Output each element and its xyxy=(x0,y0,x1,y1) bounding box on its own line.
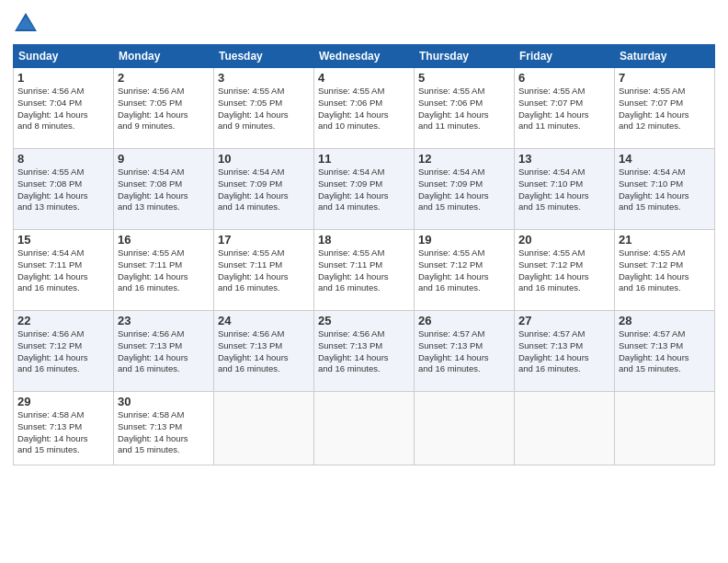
day-number: 20 xyxy=(518,233,610,247)
cell xyxy=(214,392,314,465)
week-row-4: 22Sunrise: 4:56 AM Sunset: 7:12 PM Dayli… xyxy=(14,311,715,392)
cell xyxy=(314,392,415,465)
svg-marker-1 xyxy=(17,17,35,29)
cell: 26Sunrise: 4:57 AM Sunset: 7:13 PM Dayli… xyxy=(415,311,515,392)
cell: 29Sunrise: 4:58 AM Sunset: 7:13 PM Dayli… xyxy=(14,392,114,465)
day-info: Sunrise: 4:54 AM Sunset: 7:09 PM Dayligh… xyxy=(318,167,410,213)
day-info: Sunrise: 4:56 AM Sunset: 7:12 PM Dayligh… xyxy=(17,328,109,375)
cell: 23Sunrise: 4:56 AM Sunset: 7:13 PM Dayli… xyxy=(114,311,214,392)
cell: 20Sunrise: 4:55 AM Sunset: 7:12 PM Dayli… xyxy=(515,230,615,311)
cell: 12Sunrise: 4:54 AM Sunset: 7:09 PM Dayli… xyxy=(415,149,515,230)
calendar-table: SundayMondayTuesdayWednesdayThursdayFrid… xyxy=(13,44,715,465)
day-number: 4 xyxy=(318,71,410,85)
header-monday: Monday xyxy=(114,45,214,68)
cell: 21Sunrise: 4:55 AM Sunset: 7:12 PM Dayli… xyxy=(615,230,715,311)
day-number: 15 xyxy=(17,233,109,247)
header-row: SundayMondayTuesdayWednesdayThursdayFrid… xyxy=(14,45,715,68)
logo-icon xyxy=(13,11,39,37)
day-info: Sunrise: 4:54 AM Sunset: 7:10 PM Dayligh… xyxy=(619,167,711,213)
cell: 30Sunrise: 4:58 AM Sunset: 7:13 PM Dayli… xyxy=(114,392,214,465)
day-number: 10 xyxy=(218,152,310,166)
day-info: Sunrise: 4:55 AM Sunset: 7:07 PM Dayligh… xyxy=(619,86,711,132)
cell: 25Sunrise: 4:56 AM Sunset: 7:13 PM Dayli… xyxy=(314,311,415,392)
cell: 28Sunrise: 4:57 AM Sunset: 7:13 PM Dayli… xyxy=(615,311,715,392)
day-info: Sunrise: 4:54 AM Sunset: 7:08 PM Dayligh… xyxy=(118,167,210,213)
cell xyxy=(615,392,715,465)
day-info: Sunrise: 4:55 AM Sunset: 7:06 PM Dayligh… xyxy=(318,86,410,132)
day-number: 21 xyxy=(619,233,711,247)
cell: 6Sunrise: 4:55 AM Sunset: 7:07 PM Daylig… xyxy=(515,68,615,149)
day-info: Sunrise: 4:55 AM Sunset: 7:11 PM Dayligh… xyxy=(318,247,410,294)
day-info: Sunrise: 4:57 AM Sunset: 7:13 PM Dayligh… xyxy=(418,328,510,375)
day-number: 29 xyxy=(17,395,109,408)
cell: 3Sunrise: 4:55 AM Sunset: 7:05 PM Daylig… xyxy=(214,68,314,149)
week-row-1: 1Sunrise: 4:56 AM Sunset: 7:04 PM Daylig… xyxy=(14,68,715,149)
cell xyxy=(515,392,615,465)
day-info: Sunrise: 4:56 AM Sunset: 7:05 PM Dayligh… xyxy=(118,86,210,132)
day-number: 7 xyxy=(619,71,711,85)
day-info: Sunrise: 4:57 AM Sunset: 7:13 PM Dayligh… xyxy=(518,328,610,375)
day-number: 30 xyxy=(118,395,210,408)
page: SundayMondayTuesdayWednesdayThursdayFrid… xyxy=(0,0,728,563)
cell: 18Sunrise: 4:55 AM Sunset: 7:11 PM Dayli… xyxy=(314,230,415,311)
day-number: 19 xyxy=(418,233,510,247)
day-info: Sunrise: 4:54 AM Sunset: 7:09 PM Dayligh… xyxy=(418,167,510,213)
day-number: 27 xyxy=(518,314,610,327)
cell: 7Sunrise: 4:55 AM Sunset: 7:07 PM Daylig… xyxy=(615,68,715,149)
header-saturday: Saturday xyxy=(615,45,715,68)
day-info: Sunrise: 4:58 AM Sunset: 7:13 PM Dayligh… xyxy=(118,409,210,456)
day-info: Sunrise: 4:55 AM Sunset: 7:12 PM Dayligh… xyxy=(518,247,610,294)
day-number: 11 xyxy=(318,152,410,166)
cell xyxy=(415,392,515,465)
day-info: Sunrise: 4:57 AM Sunset: 7:13 PM Dayligh… xyxy=(619,328,711,375)
week-row-2: 8Sunrise: 4:55 AM Sunset: 7:08 PM Daylig… xyxy=(14,149,715,230)
cell: 10Sunrise: 4:54 AM Sunset: 7:09 PM Dayli… xyxy=(214,149,314,230)
cell: 16Sunrise: 4:55 AM Sunset: 7:11 PM Dayli… xyxy=(114,230,214,311)
day-info: Sunrise: 4:58 AM Sunset: 7:13 PM Dayligh… xyxy=(17,409,109,456)
day-info: Sunrise: 4:54 AM Sunset: 7:11 PM Dayligh… xyxy=(17,247,109,294)
day-number: 23 xyxy=(118,314,210,327)
day-info: Sunrise: 4:56 AM Sunset: 7:04 PM Dayligh… xyxy=(17,86,109,132)
cell: 13Sunrise: 4:54 AM Sunset: 7:10 PM Dayli… xyxy=(515,149,615,230)
day-number: 5 xyxy=(418,71,510,85)
day-info: Sunrise: 4:55 AM Sunset: 7:11 PM Dayligh… xyxy=(118,247,210,294)
logo xyxy=(13,11,42,37)
cell: 27Sunrise: 4:57 AM Sunset: 7:13 PM Dayli… xyxy=(515,311,615,392)
cell: 19Sunrise: 4:55 AM Sunset: 7:12 PM Dayli… xyxy=(415,230,515,311)
header-sunday: Sunday xyxy=(14,45,114,68)
day-info: Sunrise: 4:55 AM Sunset: 7:05 PM Dayligh… xyxy=(218,86,310,132)
day-info: Sunrise: 4:54 AM Sunset: 7:10 PM Dayligh… xyxy=(518,167,610,213)
cell: 2Sunrise: 4:56 AM Sunset: 7:05 PM Daylig… xyxy=(114,68,214,149)
day-number: 14 xyxy=(619,152,711,166)
week-row-3: 15Sunrise: 4:54 AM Sunset: 7:11 PM Dayli… xyxy=(14,230,715,311)
cell: 8Sunrise: 4:55 AM Sunset: 7:08 PM Daylig… xyxy=(14,149,114,230)
day-number: 3 xyxy=(218,71,310,85)
day-number: 12 xyxy=(418,152,510,166)
day-number: 22 xyxy=(17,314,109,327)
day-number: 8 xyxy=(17,152,109,166)
day-number: 16 xyxy=(118,233,210,247)
cell: 14Sunrise: 4:54 AM Sunset: 7:10 PM Dayli… xyxy=(615,149,715,230)
cell: 24Sunrise: 4:56 AM Sunset: 7:13 PM Dayli… xyxy=(214,311,314,392)
cell: 22Sunrise: 4:56 AM Sunset: 7:12 PM Dayli… xyxy=(14,311,114,392)
day-number: 26 xyxy=(418,314,510,327)
header-friday: Friday xyxy=(515,45,615,68)
header-thursday: Thursday xyxy=(415,45,515,68)
day-info: Sunrise: 4:56 AM Sunset: 7:13 PM Dayligh… xyxy=(318,328,410,375)
day-number: 1 xyxy=(17,71,109,85)
day-info: Sunrise: 4:55 AM Sunset: 7:08 PM Dayligh… xyxy=(17,167,109,213)
header-tuesday: Tuesday xyxy=(214,45,314,68)
day-number: 18 xyxy=(318,233,410,247)
day-number: 13 xyxy=(518,152,610,166)
day-info: Sunrise: 4:55 AM Sunset: 7:11 PM Dayligh… xyxy=(218,247,310,294)
day-number: 6 xyxy=(518,71,610,85)
day-info: Sunrise: 4:55 AM Sunset: 7:12 PM Dayligh… xyxy=(418,247,510,294)
day-number: 9 xyxy=(118,152,210,166)
day-info: Sunrise: 4:55 AM Sunset: 7:07 PM Dayligh… xyxy=(518,86,610,132)
day-info: Sunrise: 4:55 AM Sunset: 7:06 PM Dayligh… xyxy=(418,86,510,132)
day-number: 17 xyxy=(218,233,310,247)
day-info: Sunrise: 4:54 AM Sunset: 7:09 PM Dayligh… xyxy=(218,167,310,213)
cell: 1Sunrise: 4:56 AM Sunset: 7:04 PM Daylig… xyxy=(14,68,114,149)
cell: 4Sunrise: 4:55 AM Sunset: 7:06 PM Daylig… xyxy=(314,68,415,149)
cell: 17Sunrise: 4:55 AM Sunset: 7:11 PM Dayli… xyxy=(214,230,314,311)
